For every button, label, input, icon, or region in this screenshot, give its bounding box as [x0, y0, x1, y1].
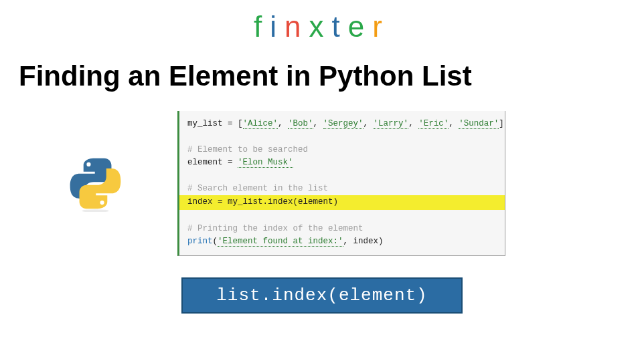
logo: finxter [0, 0, 644, 43]
logo-letter: i [270, 10, 285, 43]
logo-letter: f [254, 10, 270, 43]
svg-point-0 [86, 162, 90, 166]
logo-letter: e [348, 10, 372, 43]
code-comment-2: # Search element in the list [179, 183, 505, 195]
code-block: my_list = ['Alice', 'Bob', 'Sergey', 'La… [177, 111, 505, 256]
python-icon [67, 155, 124, 212]
code-line-2: element = 'Elon Musk' [179, 156, 505, 169]
code-comment-1: # Element to be searched [179, 144, 505, 156]
logo-letter: x [309, 10, 332, 43]
page-title: Finding an Element in Python List [0, 43, 644, 92]
code-blank [179, 170, 505, 183]
code-line-1: my_list = ['Alice', 'Bob', 'Sergey', 'La… [179, 118, 505, 130]
svg-point-2 [82, 209, 108, 212]
code-line-4: print('Element found at index:', index) [179, 235, 505, 248]
svg-point-1 [100, 201, 104, 205]
code-comment-3: # Printing the index of the element [179, 223, 505, 235]
logo-letter: n [285, 10, 309, 43]
logo-letter: r [372, 10, 390, 43]
code-line-highlighted: index = my_list.index(element) [179, 195, 505, 209]
content-row: my_list = ['Alice', 'Bob', 'Sergey', 'La… [0, 111, 644, 256]
method-signature: list.index(element) [181, 277, 463, 314]
logo-letter: t [332, 10, 348, 43]
code-blank [179, 130, 505, 143]
code-blank [179, 210, 505, 223]
